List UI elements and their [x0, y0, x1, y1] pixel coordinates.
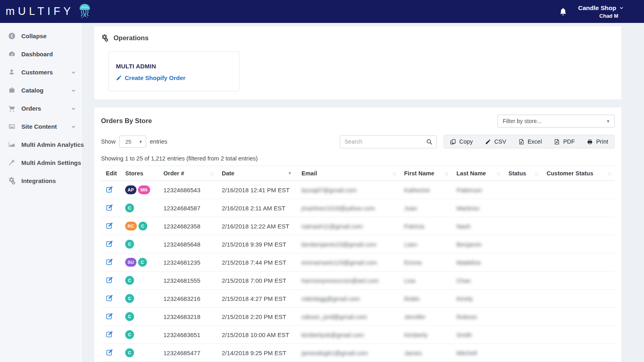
first-name-value: Robin — [404, 295, 420, 302]
sort-icon[interactable]: ↑↓ — [392, 171, 396, 177]
column-label: Last Name — [456, 170, 486, 177]
stores-cell: C — [120, 344, 159, 362]
search-icon[interactable] — [426, 139, 432, 145]
last-name-cell: Benjamin — [452, 235, 504, 253]
email-value: benbenjamin23@gmail.com — [301, 241, 376, 248]
first-name-cell: Robin — [399, 290, 452, 308]
edit-order-icon[interactable] — [106, 204, 113, 211]
date-cell: 2/15/2018 2:20 PM EST — [217, 308, 297, 326]
edit-order-icon[interactable] — [106, 222, 113, 229]
order-number-cell: 12324682358 — [159, 217, 217, 235]
sidebar-item-collapse[interactable]: Collapse — [0, 27, 83, 45]
first-name-cell: Patricia — [399, 217, 452, 235]
edit-cell — [101, 272, 120, 290]
csv-button[interactable]: CSV — [479, 135, 512, 148]
notifications-bell-icon[interactable] — [559, 7, 568, 16]
sidebar-item-catalog[interactable]: Catalog — [0, 81, 83, 99]
order-number-cell: 12324681235 — [159, 253, 217, 272]
main-content: Operations MULTI ADMIN Create Shopify Or… — [83, 23, 644, 362]
page-size-select[interactable]: 25 ▼ — [119, 136, 146, 148]
sidebar-item-orders[interactable]: Orders — [0, 99, 83, 117]
edit-order-icon[interactable] — [106, 331, 113, 338]
stores-cell: C — [120, 235, 159, 253]
column-header-edit: Edit — [101, 166, 120, 181]
sidebar-nav: CollapseDashboardCustomersCatalogOrdersS… — [0, 23, 83, 362]
column-header-date[interactable]: Date▼ — [217, 166, 297, 181]
stores-cell: C — [120, 272, 159, 290]
column-header-email[interactable]: Email↑↓ — [297, 166, 399, 181]
create-shopify-order-link[interactable]: Create Shopify Order — [116, 74, 232, 81]
customer-status-cell — [542, 272, 615, 290]
search-input[interactable] — [345, 138, 426, 145]
sidebar-item-multi-admin-settings[interactable]: Multi Admin Settings — [0, 154, 83, 172]
email-cell: laurajd7@gmail.com — [297, 181, 399, 199]
first-name-value: Jennifer — [404, 313, 425, 320]
sidebar-item-multi-admin-analytics[interactable]: Multi Admin Analytics — [0, 136, 83, 154]
column-label: Stores — [125, 170, 143, 177]
edit-order-icon[interactable] — [106, 276, 113, 284]
last-name-cell: Smith — [452, 326, 504, 344]
sidebar-item-dashboard[interactable]: Dashboard — [0, 45, 83, 63]
edit-order-icon[interactable] — [106, 349, 113, 356]
sort-desc-icon[interactable]: ▼ — [288, 171, 292, 175]
column-label: Order # — [163, 170, 184, 177]
sidebar-item-integrations[interactable]: Integrations — [0, 172, 83, 190]
edit-cell — [101, 217, 120, 235]
customer-status-cell — [542, 308, 615, 326]
edit-cell — [101, 326, 120, 344]
first-name-value: Patricia — [404, 223, 424, 230]
edit-order-icon[interactable] — [106, 294, 113, 302]
print-button[interactable]: Print — [581, 135, 614, 148]
sort-icon[interactable]: ↑↓ — [444, 171, 448, 177]
pdf-button[interactable]: PDF — [548, 135, 581, 148]
edit-order-icon[interactable] — [106, 258, 113, 265]
logo-text: mULTIFY — [6, 5, 74, 18]
search-box — [340, 135, 437, 148]
store-filter-select[interactable]: Filter by store... ▼ — [497, 115, 615, 128]
edit-order-icon[interactable] — [106, 313, 113, 320]
last-name-value: Robson — [456, 313, 477, 320]
sort-icon[interactable]: ↑↓ — [496, 171, 500, 177]
sidebar-item-site-content[interactable]: Site Content — [0, 117, 83, 136]
edit-order-icon[interactable] — [106, 186, 113, 193]
first-name-cell: Lisa — [399, 272, 452, 290]
edit-cell — [101, 199, 120, 217]
column-header-status[interactable]: Status↑↓ — [504, 166, 542, 181]
cogs-icon — [101, 34, 109, 42]
customer-status-cell — [542, 290, 615, 308]
sidebar-item-customers[interactable]: Customers — [0, 63, 83, 81]
edit-order-icon[interactable] — [106, 240, 113, 247]
last-name-value: Mitchell — [456, 350, 477, 356]
store-selector[interactable]: Candle Shop — [578, 4, 624, 12]
date-cell: 2/15/2018 10:00 AM EST — [217, 326, 297, 344]
status-cell — [504, 253, 542, 272]
column-header-firstname[interactable]: First Name↑↓ — [399, 166, 452, 181]
store-badge-c: C — [125, 276, 134, 285]
current-user[interactable]: Chad M — [578, 13, 624, 19]
copy-button[interactable]: Copy — [444, 135, 479, 148]
column-header-customerstatus[interactable]: Customer Status↑↓ — [542, 166, 615, 181]
email-cell: jamesdog61@gmail.com — [297, 344, 399, 362]
first-name-cell: Jennifer — [399, 308, 452, 326]
jellyfish-icon — [78, 3, 91, 21]
first-name-cell: Emma — [399, 253, 452, 272]
table-row: C123246854772/14/2018 9:25 PM ESTjamesdo… — [101, 344, 615, 362]
export-button-group: CopyCSVExcelPDFPrint — [444, 135, 615, 148]
order-number-cell: 12324683216 — [159, 290, 217, 308]
sort-icon[interactable]: ↑↓ — [607, 171, 611, 177]
first-name-value: Katherine — [404, 187, 430, 193]
briefcase-icon — [8, 86, 16, 94]
app-logo[interactable]: mULTIFY — [6, 3, 91, 21]
sort-icon[interactable]: ↑↓ — [535, 171, 538, 177]
multi-admin-title: MULTI ADMIN — [116, 63, 232, 70]
column-header-order[interactable]: Order #↑↓ — [159, 166, 217, 181]
column-header-lastname[interactable]: Last Name↑↓ — [452, 166, 504, 181]
edit-cell — [101, 308, 120, 326]
table-row: C123246856482/15/2018 9:39 PM ESTbenbenj… — [101, 235, 615, 253]
excel-button[interactable]: Excel — [512, 135, 548, 148]
sidebar-item-label: Integrations — [21, 177, 76, 184]
cogs-icon — [8, 177, 16, 185]
order-number-cell: 12324686543 — [159, 181, 217, 199]
dashboard-icon — [8, 50, 16, 58]
sort-icon[interactable]: ↑↓ — [210, 171, 213, 177]
